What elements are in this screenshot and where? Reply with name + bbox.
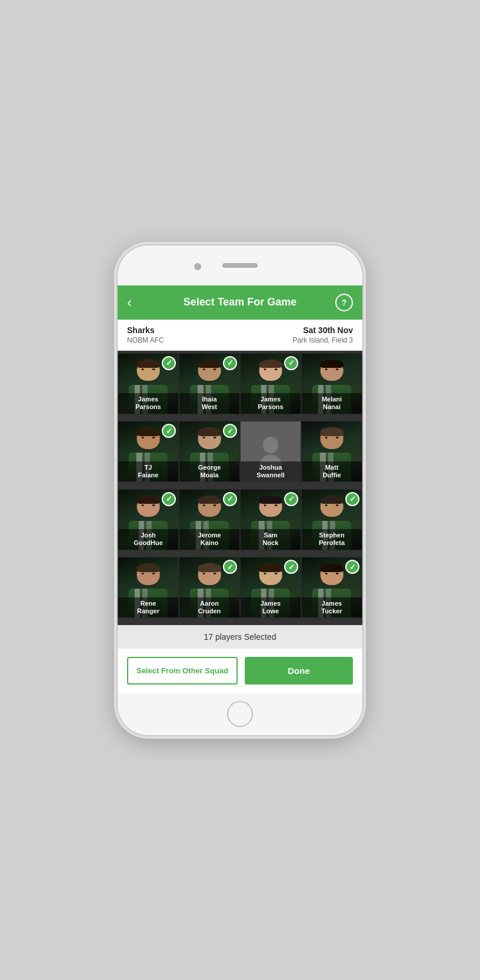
phone-top	[118, 245, 362, 285]
selected-check: ✓	[284, 492, 298, 506]
status-label: 17 players Selected	[204, 632, 276, 642]
help-button[interactable]: ?	[335, 294, 353, 311]
player-cell[interactable]: GeorgeMoala ✓	[179, 421, 240, 482]
player-name: IhaiaWest	[202, 396, 217, 410]
player-cell[interactable]: SamNock ✓	[240, 489, 301, 550]
player-cell[interactable]: MattDuffie	[301, 421, 362, 482]
player-cell[interactable]: JamesTucker ✓	[301, 557, 362, 618]
player-cell[interactable]: MelaniNanai	[301, 353, 362, 414]
player-cell[interactable]: JoshuaSwannell	[240, 421, 301, 482]
selected-check: ✓	[223, 424, 237, 438]
header-title: Select Team For Game	[145, 296, 335, 308]
back-button[interactable]: ‹	[127, 294, 145, 311]
selected-check: ✓	[223, 356, 237, 370]
match-date: Sat 30th Nov	[292, 325, 353, 335]
match-location: Park Island, Field 3	[292, 336, 353, 344]
player-cell[interactable]: AaronCruden ✓	[179, 557, 240, 618]
player-cell[interactable]: JeromeKaino ✓	[179, 489, 240, 550]
player-cell[interactable]: JamesParsons ✓	[118, 353, 179, 414]
selected-check: ✓	[223, 492, 237, 506]
player-cell[interactable]: JamesParsons ✓	[240, 353, 301, 414]
home-button[interactable]	[227, 701, 253, 727]
team-name: Sharks	[127, 325, 164, 335]
select-other-squad-button[interactable]: Select From Other Squad	[127, 657, 238, 685]
team-subtitle: NOBM AFC	[127, 336, 164, 344]
player-name: JamesParsons	[135, 396, 161, 410]
player-name: MelaniNanai	[322, 396, 342, 410]
phone-frame: ‹ Select Team For Game ? Sharks NOBM AFC…	[118, 245, 362, 735]
player-name: JamesParsons	[258, 396, 283, 410]
player-name: JeromeKaino	[198, 531, 221, 546]
svg-point-0	[263, 437, 278, 453]
selected-check: ✓	[162, 356, 176, 370]
player-name: ReneRanger	[137, 600, 159, 614]
player-grid: JamesParsons ✓	[118, 351, 362, 625]
player-cell[interactable]: ReneRanger	[118, 557, 179, 618]
player-name: MattDuffie	[322, 464, 341, 479]
action-buttons: Select From Other Squad Done	[118, 649, 362, 693]
player-name: GeorgeMoala	[198, 464, 221, 479]
player-name: SamNock	[263, 531, 279, 546]
player-name: StephenPerofeta	[319, 531, 345, 546]
selected-check: ✓	[284, 356, 298, 370]
camera-icon	[194, 263, 201, 270]
player-cell[interactable]: JoshGoodHue ✓	[118, 489, 179, 550]
player-cell[interactable]: TJFaiane ✓	[118, 421, 179, 482]
status-bar: 17 players Selected	[118, 625, 362, 649]
phone-bottom	[118, 693, 362, 735]
match-info: Sharks NOBM AFC Sat 30th Nov Park Island…	[118, 320, 362, 351]
header: ‹ Select Team For Game ?	[118, 285, 362, 320]
selected-check: ✓	[284, 560, 298, 574]
player-name: TJFaiane	[138, 464, 159, 479]
player-cell[interactable]: JamesLowe ✓	[240, 557, 301, 618]
player-name: JamesTucker	[321, 600, 342, 614]
selected-check: ✓	[345, 560, 359, 574]
selected-check: ✓	[162, 424, 176, 438]
player-cell[interactable]: StephenPerofeta ✓	[301, 489, 362, 550]
speaker-icon	[222, 263, 258, 268]
player-name: AaronCruden	[198, 600, 221, 614]
player-name: JoshuaSwannell	[256, 464, 285, 479]
player-cell[interactable]: IhaiaWest ✓	[179, 353, 240, 414]
player-name: JoshGoodHue	[134, 531, 163, 546]
done-button[interactable]: Done	[245, 657, 353, 685]
selected-check: ✓	[223, 560, 237, 574]
selected-check: ✓	[345, 492, 359, 506]
selected-check: ✓	[162, 492, 176, 506]
player-name: JamesLowe	[261, 600, 281, 614]
phone-screen: ‹ Select Team For Game ? Sharks NOBM AFC…	[118, 285, 362, 693]
